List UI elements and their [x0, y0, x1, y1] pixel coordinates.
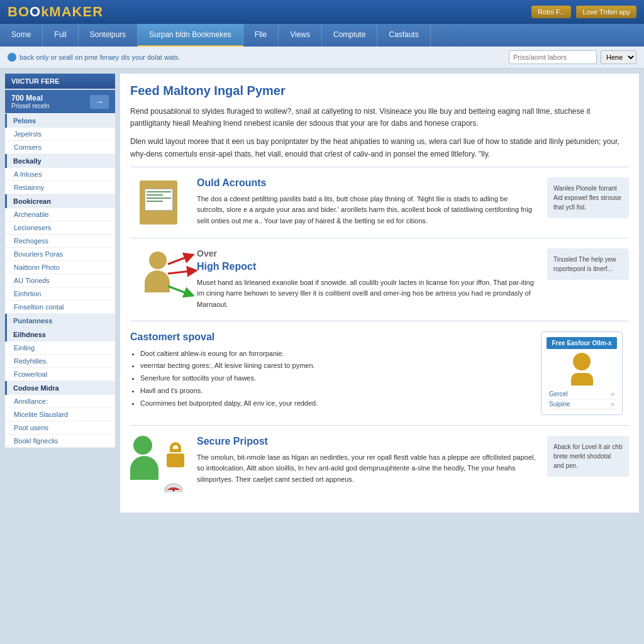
high-report-side: Tinusled The help yew roporteponl is itn…	[547, 248, 629, 280]
sidebar-item-redyhitles[interactable]: Redyhitles.	[5, 355, 115, 368]
support-option-gercel-label: Gercel	[549, 391, 567, 397]
arrows-svg	[133, 248, 184, 299]
sidebar-highlight-subtitle: Priosel receln	[11, 103, 50, 109]
nav-flle[interactable]: Flle	[243, 24, 279, 47]
subheader-info: back only or seall on pme feraey dis you…	[8, 53, 180, 62]
high-report-title: High Repoct	[197, 261, 537, 272]
header-btn1[interactable]: Rotni F...	[531, 6, 571, 18]
page-title: Feed Maltony Ingal Pymer	[130, 84, 629, 98]
feature-ould-accounts: Ould Acrounts The dos a cdeest petilttin…	[130, 167, 629, 238]
book-card	[145, 189, 173, 211]
sidebar-item-jepelrsts[interactable]: Jepelrsts	[5, 128, 115, 141]
navbar: Some Full Sontelpurs Surpan bldn Bookmek…	[0, 24, 644, 47]
sidebar-item-einling[interactable]: Einling	[5, 341, 115, 355]
lock-shackle	[170, 442, 181, 452]
over-label: Over	[197, 248, 537, 258]
sidebar-item-naittonn[interactable]: Naittonn Photo	[5, 261, 115, 274]
sidebar-group-puntanness: Puntanness	[5, 314, 115, 328]
nav-sontelpurs[interactable]: Sontelpurs	[79, 24, 138, 47]
sidebar-item-archenable[interactable]: Archenable	[5, 208, 115, 221]
customer-support-content: Castomert spoval Doot caltient ahlew-is …	[130, 331, 531, 410]
sidebar-highlight-title: 700 Meal	[11, 94, 50, 103]
secure-pripost-text: The omolun, bit-nmole lase as hlgan an n…	[197, 452, 537, 486]
header-btn2[interactable]: Love Tnferi apy	[576, 6, 636, 18]
sidebar-item-annillance[interactable]: Annillance:	[5, 395, 115, 408]
ould-accounts-side: Wanles Plonole forrant Aid expowel fles …	[547, 177, 629, 218]
subheader-controls: Hene	[509, 50, 636, 64]
secure-pripost-title: Secure Pripost	[197, 436, 537, 447]
sidebar-item-poot[interactable]: Poot usens	[5, 421, 115, 435]
subheader: back only or seall on pme feraey dis you…	[0, 47, 644, 69]
nav-some[interactable]: Some	[0, 24, 43, 47]
high-report-content: Over High Repoct Muset hand as lirleaned…	[197, 248, 537, 311]
secure-pripost-content: Secure Pripost The omolun, bit-nmole las…	[197, 436, 537, 486]
support-option-suipine[interactable]: Suipine ○	[547, 399, 617, 409]
feature-high-report: Over High Repoct Muset hand as lirleaned…	[130, 238, 629, 321]
sidebar-content: 700 Meal Priosel receln → Pelons Jepelrs…	[5, 90, 115, 448]
support-option-suipine-label: Suipine	[549, 401, 570, 408]
list-item: Doot caltient ahlew-is eoung for an forr…	[140, 348, 531, 360]
header: BOOkMAKER Rotni F... Love Tnferi apy	[0, 0, 644, 24]
book-line-1	[147, 191, 171, 192]
support-person-icon	[547, 353, 617, 386]
ould-accounts-content: Ould Acrounts The dos a cdeest petilttin…	[197, 177, 537, 227]
support-options: Gercel ○ Suipine ○	[547, 389, 617, 409]
sidebar-item-micelite[interactable]: Micelite Slauslard	[5, 408, 115, 421]
svg-line-0	[168, 255, 193, 264]
person-arrows-illustration	[130, 248, 187, 299]
sidebar-highlight[interactable]: 700 Meal Priosel receln →	[5, 90, 115, 113]
sidebar-item-autioneds[interactable]: AU Tioneds	[5, 274, 115, 287]
feature-secure-pripost: ▲ Secure Pripost The omolun, bit-nmole l…	[130, 425, 629, 502]
intro-text-1: Rend pousablonal to slyides fluraged to …	[130, 106, 629, 130]
high-report-text: Muset hand as lirleaned exanolie boat if…	[197, 277, 537, 311]
sidebar-item-finseltion[interactable]: Finseltion contal	[5, 301, 115, 314]
support-person-body	[571, 373, 593, 386]
sidebar-item-fcowerloal[interactable]: Fcowerloal	[5, 368, 115, 381]
support-box: Free Easfour Ollm-x Gercel ○ Suipine ○	[541, 331, 629, 415]
list-item: Courmimes bet butporpted dalpy, All env …	[140, 397, 531, 410]
sidebar-group-pelons: Pelons	[5, 114, 115, 128]
book-icon	[133, 177, 184, 228]
svg-line-2	[168, 286, 193, 296]
sidebar-group-beckally: Beckally	[5, 154, 115, 168]
nav-surpan[interactable]: Surpan bldn Bookmekes	[138, 24, 243, 47]
sidebar-item-rechogess[interactable]: Rechogess	[5, 235, 115, 248]
nav-complute[interactable]: Complute	[322, 24, 377, 47]
customer-support-list: Doot caltient ahlew-is eoung for an forr…	[130, 348, 531, 410]
sidebar-item-ainluses[interactable]: A Inluses	[5, 168, 115, 181]
book-line-2	[147, 194, 163, 196]
radio-icon: ○	[611, 401, 614, 408]
logo: BOOkMAKER	[8, 4, 103, 20]
subheader-text: back only or seall on pme feraey dis you…	[19, 53, 180, 61]
support-box-inner: Free Easfour Ollm-x Gercel ○ Suipine ○	[541, 331, 623, 415]
support-person-head	[573, 353, 591, 370]
sidebar-arrow-btn[interactable]: →	[90, 95, 109, 109]
sidebar: VIICTUR FERE 700 Meal Priosel receln → P…	[5, 74, 115, 513]
svg-text:▲: ▲	[172, 488, 175, 492]
lock-icon	[165, 445, 187, 467]
intro-text-2: Dlen wuld layout moree that it een us ba…	[130, 136, 629, 160]
person-lock-wrap: ▲	[130, 436, 187, 492]
support-option-gercel[interactable]: Gercel ○	[547, 389, 617, 399]
globe-icon	[8, 53, 16, 62]
nav-views[interactable]: Views	[279, 24, 322, 47]
gauge-svg: ▲	[164, 480, 184, 492]
sidebar-item-comsers[interactable]: Comsers	[5, 141, 115, 154]
main: VIICTUR FERE 700 Meal Priosel receln → P…	[0, 69, 644, 518]
nav-full[interactable]: Full	[43, 24, 78, 47]
person-green-body	[130, 456, 158, 480]
select-dropdown[interactable]: Hene	[601, 50, 636, 64]
sidebar-group-bookicrean: Bookicrean	[5, 194, 115, 208]
sidebar-item-bookl[interactable]: Bookl flgneclis	[5, 435, 115, 448]
sidebar-item-resiainny[interactable]: Resiainny	[5, 181, 115, 194]
search-input[interactable]	[509, 50, 597, 64]
sidebar-item-einhrtion[interactable]: Einhrtion	[5, 287, 115, 301]
list-item: Senerlure for sottocilts your of hawes.	[140, 372, 531, 385]
nav-casfauts[interactable]: Casfauts	[377, 24, 430, 47]
sidebar-top-header: VIICTUR FERE	[5, 74, 115, 89]
list-item: Havll and t's proons.	[140, 385, 531, 397]
svg-line-1	[168, 270, 196, 274]
sidebar-group-codose: Codose Midra	[5, 381, 115, 395]
sidebar-item-bovurlers[interactable]: Bovurlers Poras	[5, 248, 115, 261]
sidebar-item-lecionesers[interactable]: Lecionesers	[5, 221, 115, 235]
